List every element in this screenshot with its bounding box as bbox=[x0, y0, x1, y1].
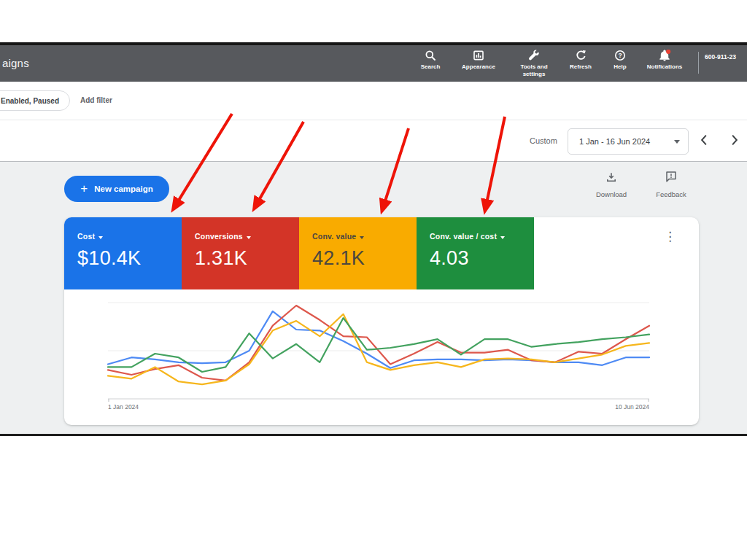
metric-value: 4.03 bbox=[430, 247, 534, 270]
previous-period-button[interactable] bbox=[699, 134, 715, 150]
kebab-menu-icon[interactable]: ⋮ bbox=[664, 230, 676, 243]
x-axis-start-label: 1 Jan 2024 bbox=[108, 403, 139, 411]
metric-value: $10.4K bbox=[77, 247, 182, 270]
nav-label: Tools and settings bbox=[519, 63, 549, 77]
dropdown-caret-icon bbox=[500, 236, 505, 239]
tools-settings-icon bbox=[528, 50, 540, 62]
dropdown-caret-icon bbox=[98, 236, 103, 239]
new-campaign-button[interactable]: + New campaign bbox=[64, 176, 169, 202]
search-icon bbox=[425, 50, 436, 62]
nav-appearance[interactable]: Appearance bbox=[448, 47, 509, 82]
bottom-divider bbox=[0, 434, 747, 436]
new-campaign-label: New campaign bbox=[94, 184, 153, 193]
nav-label: Notifications bbox=[647, 63, 682, 71]
metric-label: Conv. value / cost bbox=[430, 232, 497, 241]
plus-icon: + bbox=[80, 182, 88, 195]
nav-label: Help bbox=[614, 63, 626, 71]
support-phone-number: 600-911-23 bbox=[705, 53, 736, 61]
page-title-campaigns: aigns bbox=[2, 57, 29, 69]
date-range-value: 1 Jan - 16 Jun 2024 bbox=[579, 137, 650, 146]
add-filter-button[interactable]: Add filter bbox=[80, 96, 112, 104]
metric-value: 1.31K bbox=[195, 247, 299, 270]
nav-search[interactable]: Search bbox=[413, 47, 448, 82]
next-period-button[interactable] bbox=[729, 134, 746, 150]
dropdown-caret-icon bbox=[360, 236, 364, 239]
date-mode-label: Custom bbox=[530, 136, 557, 145]
metric-value: 42.1K bbox=[312, 247, 417, 270]
nav-tools-settings[interactable]: Tools and settings bbox=[509, 47, 559, 82]
feedback-button[interactable]: Feedback bbox=[649, 171, 693, 198]
notifications-icon bbox=[659, 50, 671, 62]
help-icon: ? bbox=[614, 50, 626, 62]
nav-help[interactable]: ? Help bbox=[603, 47, 638, 82]
nav-label: Refresh bbox=[570, 63, 592, 71]
metric-label: Cost bbox=[77, 232, 95, 241]
date-range-picker[interactable]: 1 Jan - 16 Jun 2024 bbox=[568, 128, 689, 155]
nav-label: Appearance bbox=[462, 63, 495, 71]
main-content: + New campaign Download Feedback Cost $1… bbox=[0, 162, 747, 434]
refresh-icon bbox=[575, 50, 587, 62]
chevron-right-icon bbox=[729, 134, 740, 146]
date-toolbar: Custom 1 Jan - 16 Jun 2024 bbox=[0, 121, 747, 162]
topbar-nav: Search Appearance Tools and settings Ref… bbox=[413, 47, 692, 82]
download-button[interactable]: Download bbox=[589, 172, 633, 198]
metric-tile-conversions[interactable]: Conversions 1.31K bbox=[182, 217, 299, 289]
chart-x-axis-labels: 1 Jan 2024 10 Jun 2024 bbox=[108, 403, 649, 411]
series-line bbox=[108, 318, 649, 372]
status-filter-chip[interactable]: Enabled, Paused bbox=[0, 90, 70, 111]
metric-tile-cost[interactable]: Cost $10.4K bbox=[64, 217, 182, 289]
dropdown-caret-icon bbox=[674, 140, 680, 144]
metric-tiles: Cost $10.4K Conversions 1.31K Conv. valu… bbox=[64, 217, 699, 289]
topbar-divider bbox=[698, 52, 699, 74]
appearance-icon bbox=[473, 50, 484, 62]
dropdown-caret-icon bbox=[247, 236, 251, 239]
trend-chart bbox=[108, 300, 649, 402]
filter-bar: Enabled, Paused Add filter bbox=[0, 82, 747, 120]
feedback-label: Feedback bbox=[656, 190, 686, 198]
svg-text:?: ? bbox=[618, 52, 622, 59]
nav-label: Search bbox=[421, 63, 441, 71]
metric-tile-conv-value-per-cost[interactable]: Conv. value / cost 4.03 bbox=[417, 217, 534, 289]
google-ads-campaigns-page: aigns Search Appearance Tools and settin… bbox=[0, 0, 747, 560]
performance-chart-card: Cost $10.4K Conversions 1.31K Conv. valu… bbox=[64, 217, 699, 425]
nav-refresh[interactable]: Refresh bbox=[559, 47, 603, 82]
metric-label: Conv. value bbox=[312, 232, 356, 241]
chevron-left-icon bbox=[699, 134, 709, 146]
topbar: aigns Search Appearance Tools and settin… bbox=[0, 45, 747, 82]
download-label: Download bbox=[596, 190, 627, 198]
feedback-icon bbox=[665, 171, 677, 186]
x-axis-end-label: 10 Jun 2024 bbox=[615, 403, 649, 411]
metric-label: Conversions bbox=[195, 232, 243, 241]
nav-notifications[interactable]: Notifications bbox=[638, 47, 692, 82]
metric-tile-conv-value[interactable]: Conv. value 42.1K bbox=[299, 217, 417, 289]
download-icon bbox=[605, 172, 617, 186]
